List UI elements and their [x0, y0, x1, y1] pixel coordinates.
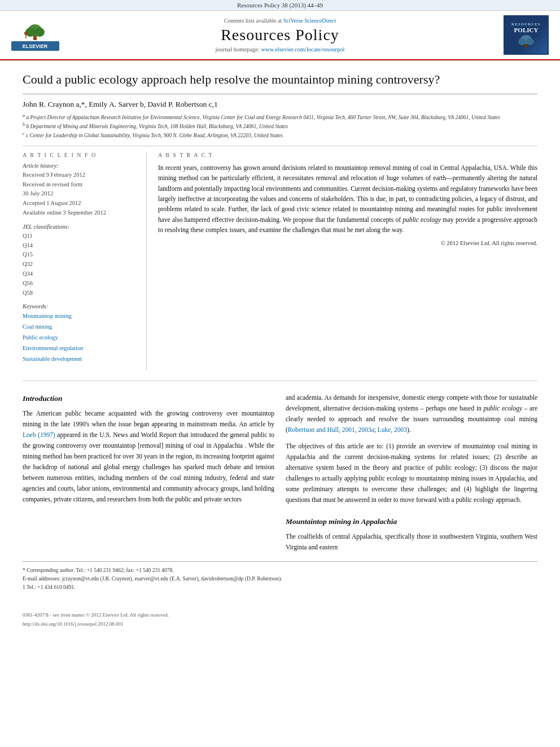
footnote-corresponding: * Corresponding author. Tel.: +1 540 231… — [23, 566, 537, 575]
divider-2 — [23, 381, 537, 381]
body-section: Introduction The American public became … — [23, 392, 537, 553]
received-revised-label: Received in revised form — [23, 180, 138, 190]
affiliation-b: b b Department of Mining and Minerals En… — [23, 121, 537, 130]
available-date: Available online 3 September 2012 — [23, 208, 138, 218]
history-label: Article history: — [23, 163, 138, 169]
svg-point-6 — [24, 32, 28, 35]
jel-label: JEL classifications: — [23, 224, 138, 230]
keyword-5: Sustainable development — [23, 354, 138, 365]
mtm-para: The coalfields of central Appalachia, sp… — [286, 531, 537, 553]
intro-title: Introduction — [23, 392, 274, 405]
elsevier-logo: ELSEVIER — [11, 20, 59, 51]
intro-para-2: and academia. As demands for inexpensive… — [286, 392, 537, 435]
homepage-link[interactable]: www.elsevier.com/locate/resourpol — [261, 46, 345, 53]
issn-line: 0301-4207/$ - see front matter © 2012 El… — [23, 611, 537, 619]
footnote-emails: E-mail addresses: jcraynon@vt.edu (J.R. … — [23, 575, 537, 583]
authors-text: John R. Craynon a,*, Emily A. Sarver b, … — [23, 100, 218, 108]
keyword-4: Environmental regulation — [23, 343, 138, 354]
abstract-header: A B S T R A C T — [158, 152, 537, 158]
badge-main-text: POLICY — [514, 27, 539, 34]
body-columns: Introduction The American public became … — [23, 392, 537, 553]
affiliation-a: a a Project Director of Appalachian Rese… — [23, 112, 537, 121]
affiliation-c: c c Center for Leadership in Global Sust… — [23, 130, 537, 139]
journal-citation: Resources Policy 38 (2013) 44–49 — [237, 2, 323, 8]
article-info-header: A R T I C L E I N F O — [23, 152, 138, 158]
abstract-text: In recent years, controversy has grown a… — [158, 163, 537, 235]
accepted-date: Accepted 1 August 2012 — [23, 199, 138, 208]
journal-title: Resources Policy — [68, 26, 492, 44]
email-addresses: jcraynon@vt.edu (J.R. Craynon), esarver@… — [62, 576, 282, 582]
paper-container: Could a public ecology approach help res… — [0, 60, 560, 603]
email-label: E-mail addresses: — [23, 576, 60, 582]
jel-codes: Q11Q14Q15Q32Q34Q56Q58 — [23, 231, 138, 298]
loeb-link[interactable]: Loeb (1997) — [23, 431, 55, 438]
copyright-text: © 2012 Elsevier Ltd. All rights reserved… — [158, 240, 537, 246]
body-col-left: Introduction The American public became … — [23, 392, 274, 553]
keyword-2: Coal mining — [23, 322, 138, 333]
mtm-section: Mountaintop mining in Appalachia The coa… — [286, 516, 537, 553]
divider-1 — [23, 146, 537, 146]
resources-policy-badge: RESOURCES POLICY — [504, 15, 549, 55]
bottom-bar: 0301-4207/$ - see front matter © 2012 El… — [0, 609, 560, 631]
keywords-list: Mountaintop mining Coal mining Public ec… — [23, 311, 138, 364]
keyword-3: Public ecology — [23, 333, 138, 343]
keywords-label: Keywords: — [23, 303, 138, 309]
badge-icon — [512, 34, 540, 48]
revised-date: 30 July 2012 — [23, 189, 138, 199]
journal-homepage: journal homepage: www.elsevier.com/locat… — [68, 46, 492, 53]
keywords-block: Keywords: Mountaintop mining Coal mining… — [23, 303, 138, 364]
luke-link[interactable]: Luke, 2003 — [378, 426, 407, 433]
abstract-column: A B S T R A C T In recent years, controv… — [158, 152, 537, 370]
footnote-1: 1 Tel.: +1 434 610 0491. — [23, 583, 537, 592]
mtm-title: Mountaintop mining in Appalachia — [286, 516, 537, 528]
keyword-1: Mountaintop mining — [23, 311, 138, 322]
body-col-right: and academia. As demands for inexpensive… — [286, 392, 537, 553]
robertson-hull-link[interactable]: Robertson and Hull, 2001, 2003a — [288, 426, 374, 433]
intro-para-3: The objectives of this article are to: (… — [286, 441, 537, 505]
article-info-column: A R T I C L E I N F O Article history: R… — [23, 152, 147, 370]
affiliations: a a Project Director of Appalachian Rese… — [23, 112, 537, 140]
svg-rect-5 — [33, 36, 37, 40]
received-date: Received 9 February 2012 — [23, 171, 138, 180]
journal-header: ELSEVIER Contents lists available at Sci… — [0, 11, 560, 60]
paper-title: Could a public ecology approach help res… — [23, 72, 537, 94]
svg-text:ELSEVIER: ELSEVIER — [23, 43, 48, 49]
article-info-abstract: A R T I C L E I N F O Article history: R… — [23, 152, 537, 370]
sciverse-line: Contents lists available at SciVerse Sci… — [68, 18, 492, 24]
incorporating-text: incorporating — [213, 195, 248, 202]
svg-point-4 — [34, 28, 45, 37]
permanently-text: permanently — [453, 174, 485, 181]
svg-rect-11 — [524, 44, 527, 47]
journal-header-center: Contents lists available at SciVerse Sci… — [68, 18, 492, 53]
article-history-block: Article history: Received 9 February 201… — [23, 163, 138, 218]
doi-line: http://dx.doi.org/10.1016/j.resourpol.20… — [23, 620, 537, 628]
top-bar: Resources Policy 38 (2013) 44–49 — [0, 0, 560, 11]
badge-top-text: RESOURCES — [511, 22, 541, 27]
jel-block: JEL classifications: Q11Q14Q15Q32Q34Q56Q… — [23, 224, 138, 298]
authors-line: John R. Craynon a,*, Emily A. Sarver b, … — [23, 100, 537, 109]
intro-para-1: The American public became acquainted wi… — [23, 408, 274, 505]
journal-header-right: RESOURCES POLICY — [492, 15, 549, 55]
elsevier-logo-area: ELSEVIER — [11, 20, 68, 51]
footnotes: * Corresponding author. Tel.: +1 540 231… — [23, 561, 537, 592]
svg-point-10 — [526, 38, 534, 45]
sciverse-link[interactable]: SciVerse ScienceDirect — [283, 18, 336, 24]
